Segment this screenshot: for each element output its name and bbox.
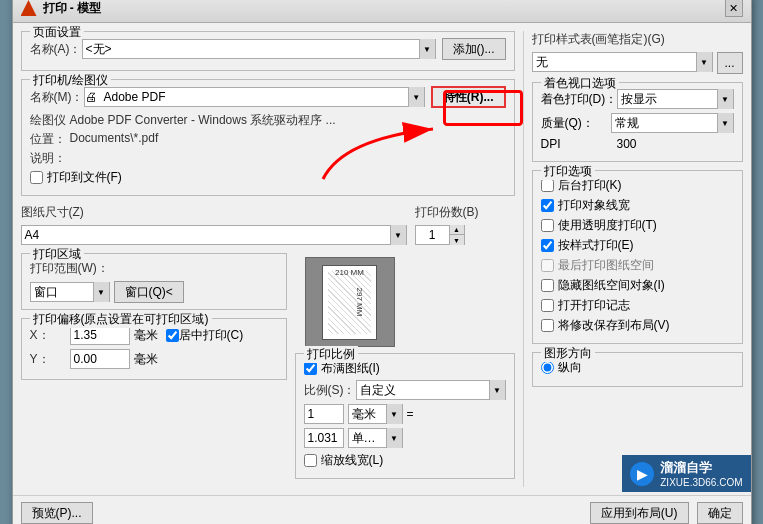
shade-print-combo-arrow[interactable]: ▼ [717,89,733,109]
hide-paperspace-checkbox[interactable] [541,279,554,292]
paper-right-label: 297 MM [355,288,364,317]
hide-paperspace-row: 隐藏图纸空间对象(I) [541,277,734,294]
quality-combo-arrow[interactable]: ▼ [717,113,733,133]
y-input[interactable] [70,349,130,369]
print-scale-label: 打印比例 [304,346,358,363]
save-changes-checkbox[interactable] [541,319,554,332]
last-space-label: 最后打印图纸空间 [558,257,654,274]
unit2-arrow[interactable]: ▼ [386,428,402,448]
right-panel: 打印样式表(画笔指定)(G) 无 ▼ ... 着色视口选项 着色打印(D)： 按… [523,31,743,487]
print-options-label: 打印选项 [541,163,595,180]
page-setup-combo[interactable]: <无> ▼ [82,39,436,59]
x-input[interactable] [70,325,130,345]
page-setup-group: 页面设置 名称(A)： <无> ▼ 添加()... [21,31,515,71]
watermark-logo: ▶ [630,462,654,486]
open-log-row: 打开打印记志 [541,297,734,314]
print-style-combo-arrow[interactable]: ▼ [696,52,712,72]
obj-linewidth-label: 打印对象线宽 [558,197,630,214]
paper-hatch [328,271,371,334]
ratio-label: 比例(S)： [304,382,356,399]
shade-options-group: 着色视口选项 着色打印(D)： 按显示 ▼ 质量(Q)： 常规 ▼ [532,82,743,162]
print-style-label: 打印样式表(画笔指定)(G) [532,31,743,48]
copies-value: 1 [416,228,449,242]
quality-label: 质量(Q)： [541,115,611,132]
add-setup-button[interactable]: 添加()... [442,38,506,60]
transparent-checkbox[interactable] [541,219,554,232]
bg-print-checkbox[interactable] [541,179,554,192]
y-offset-row: Y： 毫米 [30,349,278,369]
plotter-label: 绘图仪 [30,112,70,129]
quality-combo[interactable]: 常规 ▼ [611,113,734,133]
copies-down-button[interactable]: ▼ [450,235,464,245]
shade-print-combo[interactable]: 按显示 ▼ [617,89,733,109]
ratio-combo-arrow[interactable]: ▼ [489,380,505,400]
dpi-label: DPI [541,137,611,151]
page-setup-name-label: 名称(A)： [30,41,82,58]
location-value: Documents\*.pdf [70,131,506,145]
plotter-row: 绘图仪 Adobe PDF Converter - Windows 系统驱动程序… [30,112,506,129]
dialog-body: 页面设置 名称(A)： <无> ▼ 添加()... 打印机/绘图仪 名称(M)：… [13,23,751,495]
printer-combo-arrow[interactable]: ▼ [408,87,424,107]
copies-up-button[interactable]: ▲ [450,225,464,235]
open-log-label: 打开打印记志 [558,297,630,314]
portrait-radio[interactable] [541,361,554,374]
last-space-row: 最后打印图纸空间 [541,257,734,274]
obj-linewidth-row: 打印对象线宽 [541,197,734,214]
unit2-combo[interactable]: 单位(U) ▼ [348,428,403,448]
scale-val2-input[interactable] [304,428,344,448]
properties-button[interactable]: 特性(R)... [431,86,506,108]
fit-paper-checkbox[interactable] [304,362,317,375]
left-lower: 打印区域 打印范围(W)： 窗口 ▼ 窗口(Q)< [21,253,287,487]
style-print-row: 按样式打印(E) [541,237,734,254]
paper-size-section: 图纸尺寸(Z) A4 ▼ [21,204,407,245]
unit1-arrow[interactable]: ▼ [386,404,402,424]
ratio-combo[interactable]: 自定义 ▼ [356,380,506,400]
ratio-combo-text: 自定义 [357,382,489,399]
range-combo-row: 窗口 ▼ 窗口(Q)< [30,281,278,303]
title-bar: 打印 - 模型 ✕ [13,0,751,23]
range-combo-arrow[interactable]: ▼ [93,282,109,302]
unit1-combo[interactable]: 毫米 ▼ [348,404,403,424]
quality-row: 质量(Q)： 常规 ▼ [541,113,734,133]
linewidth-row: 缩放线宽(L) [304,452,506,469]
print-to-file-label: 打印到文件(F) [47,169,122,186]
paper-size-combo-arrow[interactable]: ▼ [390,225,406,245]
scale-val1-input[interactable] [304,404,344,424]
apply-button[interactable]: 应用到布局(U) [590,502,689,524]
open-log-checkbox[interactable] [541,299,554,312]
scale-val1-row: 毫米 ▼ = [304,404,506,424]
x-label: X： [30,327,70,344]
hide-paperspace-label: 隐藏图纸空间对象(I) [558,277,665,294]
last-space-checkbox[interactable] [541,259,554,272]
page-setup-combo-arrow[interactable]: ▼ [419,39,435,59]
range-combo[interactable]: 窗口 ▼ [30,282,110,302]
copies-spinner[interactable]: 1 ▲ ▼ [415,225,465,245]
desc-row: 说明： [30,150,506,167]
print-to-file-checkbox[interactable] [30,171,43,184]
print-style-combo[interactable]: 无 ▼ [532,52,713,72]
paper-size-combo[interactable]: A4 ▼ [21,225,407,245]
linewidth-checkbox[interactable] [304,454,317,467]
print-to-file-row: 打印到文件(F) [30,169,506,186]
close-button[interactable]: ✕ [725,0,743,17]
page-setup-name-row: 名称(A)： <无> ▼ 添加()... [30,38,506,60]
paper-count-row: 图纸尺寸(Z) A4 ▼ 打印份数(B) 1 ▲ ▼ [21,204,515,245]
app-icon [21,0,37,16]
area-preview-row: 打印区域 打印范围(W)： 窗口 ▼ 窗口(Q)< [21,253,515,487]
printer-combo[interactable]: 🖨 Adobe PDF ▼ [84,87,425,107]
plotter-value: Adobe PDF Converter - Windows 系统驱动程序 ... [70,112,506,129]
print-copies-label: 打印份数(B) [415,204,515,221]
obj-linewidth-checkbox[interactable] [541,199,554,212]
center-print-checkbox[interactable] [166,329,179,342]
print-style-edit-button[interactable]: ... [717,52,743,74]
window-button[interactable]: 窗口(Q)< [114,281,184,303]
shade-print-label: 着色打印(D)： [541,91,618,108]
bottom-right-buttons: 应用到布局(U) 确定 [590,502,743,524]
shade-print-combo-text: 按显示 [618,91,716,108]
ok-button[interactable]: 确定 [697,502,743,524]
print-scale-group: 打印比例 布满图纸(I) 比例(S)： 自定义 ▼ [295,353,515,479]
style-print-checkbox[interactable] [541,239,554,252]
save-changes-label: 将修改保存到布局(V) [558,317,670,334]
preview-button[interactable]: 预览(P)... [21,502,93,524]
print-offset-group: 打印偏移(原点设置在可打印区域) X： 毫米 居中打印(C) Y： [21,318,287,380]
